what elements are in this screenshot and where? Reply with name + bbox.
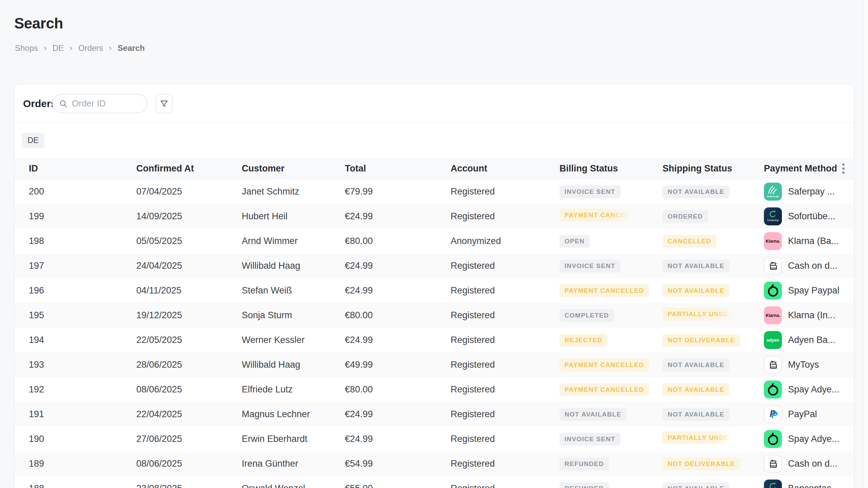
column-header-billing-status[interactable]: Billing Status: [559, 163, 663, 174]
order-row-195[interactable]: 19519/12/2025Sonja Sturm€80.00Registered…: [15, 303, 854, 328]
filter-tag-de[interactable]: DE: [22, 133, 44, 148]
search-icon: [59, 99, 68, 108]
payment-method-cell: Computop Bancontac...: [764, 480, 850, 488]
billing-status-badge: REFUNDED: [559, 482, 609, 488]
order-id: 193: [29, 360, 136, 370]
order-row-198[interactable]: 19805/05/2025Arnd Wimmer€80.00Anonymized…: [15, 229, 854, 253]
billing-status-cell: REJECTED: [559, 334, 663, 347]
breadcrumb-item-shops[interactable]: Shops: [15, 43, 38, 53]
order-row-189[interactable]: 18908/06/2025Irena Günther€54.99Register…: [15, 451, 854, 476]
customer-name: Werner Kessler: [242, 335, 345, 345]
column-header-total[interactable]: Total: [345, 163, 451, 174]
customer-name: Magnus Lechner: [242, 409, 345, 420]
shipping-status-cell: NOT AVAILABLE: [663, 185, 764, 198]
filter-button[interactable]: [156, 94, 173, 113]
svg-text:WORLDLINE: WORLDLINE: [767, 195, 779, 198]
order-row-199[interactable]: 19914/09/2025Hubert Heil€24.99Registered…: [15, 204, 854, 229]
account-type: Registered: [451, 409, 559, 420]
confirmed-at: 07/04/2025: [136, 186, 242, 197]
account-type: Registered: [451, 384, 559, 395]
account-type: Registered: [451, 211, 559, 222]
confirmed-at: 19/12/2025: [136, 310, 242, 321]
order-row-188[interactable]: 18823/08/2025Oswald Wenzel€55.00Register…: [15, 476, 854, 488]
confirmed-at: 22/04/2025: [136, 409, 242, 420]
shipping-status-badge: CANCELLED: [663, 235, 716, 248]
order-total: €24.99: [345, 211, 451, 222]
order-row-197[interactable]: 19724/04/2025Willibald Haag€24.99Registe…: [15, 253, 854, 278]
breadcrumb-item-orders[interactable]: Orders: [78, 43, 103, 53]
order-search: [52, 94, 148, 113]
orders-panel-header: Orders: [15, 84, 854, 123]
computop-icon: Computop: [764, 207, 782, 225]
shipping-status-badge: NOT AVAILABLE: [663, 284, 729, 297]
klarna-icon: Klarna.: [764, 306, 782, 324]
confirmed-at: 08/06/2025: [136, 384, 242, 395]
account-type: Registered: [451, 261, 559, 271]
order-id: 199: [29, 211, 136, 222]
order-row-194[interactable]: 19422/05/2025Werner Kessler€24.99Registe…: [15, 328, 854, 352]
order-row-193[interactable]: 19328/06/2025Willibald Haag€49.99Registe…: [15, 352, 854, 377]
account-type: Registered: [451, 483, 559, 488]
account-type: Registered: [451, 434, 559, 444]
billing-status-cell: NOT AVAILABLE: [559, 408, 663, 421]
account-type: Registered: [451, 285, 559, 296]
shipping-status-badge: NOT DELIVERABLE: [663, 334, 740, 347]
klarna-icon: Klarna.: [764, 232, 782, 250]
svg-text:Computop: Computop: [767, 219, 779, 222]
payment-method-label: Sofortübe...: [788, 211, 835, 222]
billing-status-badge: NOT AVAILABLE: [559, 408, 626, 421]
order-id: 198: [29, 236, 136, 246]
shipping-status-cell: NOT DELIVERABLE: [663, 458, 764, 470]
table-body: 20007/04/2025Janet Schmitz€79.99Register…: [15, 179, 854, 488]
customer-name: Janet Schmitz: [242, 186, 345, 197]
billing-status-cell: INVOICE SENT: [559, 260, 663, 272]
orders-panel: Orders DE IDConfirmed AtCustomerTotalAcc…: [14, 84, 854, 488]
payment-method-label: Spay Adye...: [788, 384, 840, 395]
breadcrumb-item-de[interactable]: DE: [53, 43, 64, 53]
confirmed-at: 28/06/2025: [136, 360, 242, 370]
customer-name: Sonja Sturm: [242, 310, 345, 321]
order-total: €79.99: [345, 186, 451, 197]
billing-status-cell: INVOICE SENT: [559, 185, 663, 198]
column-header-id[interactable]: ID: [29, 163, 136, 174]
payment-method-label: Saferpay ...: [788, 186, 835, 197]
column-settings-kebab-icon[interactable]: [837, 158, 849, 179]
shipping-status-cell: NOT AVAILABLE: [663, 482, 764, 488]
order-id-search-input[interactable]: [72, 98, 141, 109]
column-header-confirmed-at[interactable]: Confirmed At: [136, 163, 242, 174]
billing-status-badge: OPEN: [559, 235, 590, 248]
payment-method-label: Klarna (Ba...: [788, 236, 839, 246]
shipping-status-badge: PARTIALLY UNDELIVERE: [663, 308, 733, 321]
billing-status-cell: REFUNDED: [559, 458, 663, 470]
shipping-status-badge: NOT AVAILABLE: [663, 383, 729, 396]
active-filters-row: DE: [15, 123, 854, 158]
payment-method-cell: adyen Adyen Ba...: [764, 331, 850, 349]
column-header-shipping-status[interactable]: Shipping Status: [663, 163, 764, 174]
billing-status-badge: INVOICE SENT: [559, 433, 620, 446]
breadcrumb: Shops›DE›Orders›Search: [15, 43, 145, 53]
billing-status-badge: PAYMENT CANCELLED B: [559, 209, 630, 222]
billing-status-cell: OPEN: [559, 235, 663, 248]
shipping-status-badge: PARTIALLY UNDELIVERE: [663, 431, 733, 444]
spay-icon: [764, 430, 782, 448]
order-id: 188: [29, 483, 136, 488]
column-header-customer[interactable]: Customer: [242, 163, 345, 174]
breadcrumb-item-search: Search: [118, 43, 145, 53]
page-scrollbar[interactable]: [863, 0, 868, 488]
payment-method-label: Bancontac...: [788, 483, 839, 488]
order-row-192[interactable]: 19208/06/2025Elfriede Lutz€80.00Register…: [15, 377, 854, 402]
order-row-191[interactable]: 19122/04/2025Magnus Lechner€24.99Registe…: [15, 402, 854, 427]
billing-status-cell: PAYMENT CANCELLED B: [559, 209, 663, 224]
shipping-status-cell: NOT AVAILABLE: [663, 408, 764, 421]
order-row-196[interactable]: 19604/11/2025Stefan Weiß€24.99Registered…: [15, 278, 854, 303]
column-header-account[interactable]: Account: [451, 163, 559, 174]
payment-method-cell: Klarna. Klarna (In...: [764, 306, 850, 324]
shipping-status-cell: NOT DELIVERABLE: [663, 334, 764, 347]
breadcrumb-separator-icon: ›: [109, 43, 112, 52]
table-header: IDConfirmed AtCustomerTotalAccountBillin…: [15, 158, 854, 179]
order-row-190[interactable]: 19027/06/2025Erwin Eberhardt€24.99Regist…: [15, 427, 854, 451]
breadcrumb-separator-icon: ›: [70, 43, 73, 52]
billing-status-badge: REFUNDED: [559, 458, 609, 470]
shipping-status-cell: PARTIALLY UNDELIVERE: [663, 431, 764, 447]
order-row-200[interactable]: 20007/04/2025Janet Schmitz€79.99Register…: [15, 179, 854, 204]
